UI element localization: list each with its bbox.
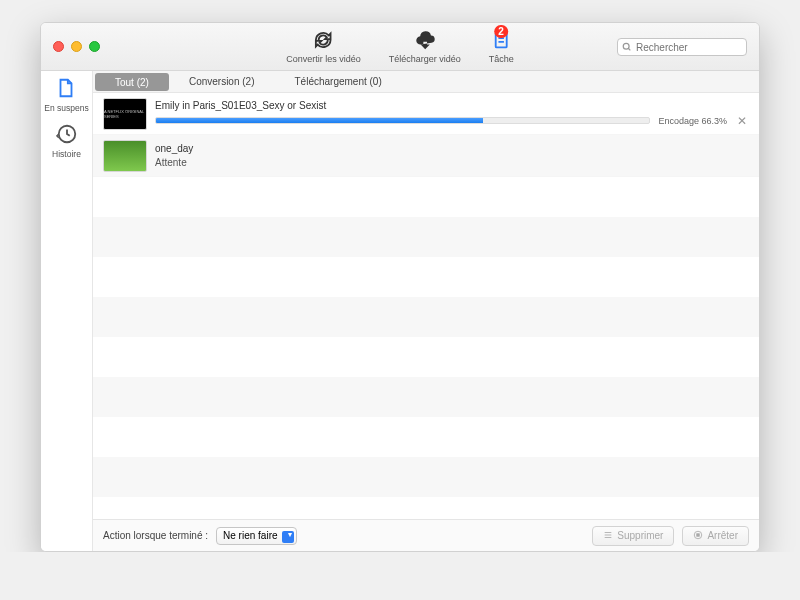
tab-all[interactable]: Tout (2) [95,73,169,91]
task-row[interactable]: A NETFLIX ORIGINAL SERIES Emily in Paris… [93,93,759,135]
download-label: Télécharger vidéo [389,54,461,64]
footer: Action lorsque terminé : Ne rien faire S… [93,519,759,551]
svg-rect-9 [697,533,700,536]
task-badge: 2 [494,25,508,38]
progress-bar [155,117,650,124]
empty-row [93,377,759,417]
download-video-button[interactable]: Télécharger vidéo [389,29,461,64]
app-window: Convertir les vidéo Télécharger vidéo 2 … [40,22,760,552]
convert-video-button[interactable]: Convertir les vidéo [286,29,361,64]
document-icon [55,77,77,101]
search-wrapper [617,37,747,57]
window-controls [53,41,100,52]
delete-button[interactable]: Supprimer [592,526,674,546]
sidebar-item-label: Histoire [52,149,81,159]
progress-fill [156,118,483,123]
stop-button[interactable]: Arrêter [682,526,749,546]
sidebar-item-history[interactable]: Histoire [52,123,81,159]
empty-row [93,457,759,497]
action-when-done-label: Action lorsque terminé : [103,530,208,541]
maximize-window-button[interactable] [89,41,100,52]
empty-row [93,257,759,297]
tab-download[interactable]: Téléchargement (0) [275,71,402,92]
minimize-window-button[interactable] [71,41,82,52]
empty-row [93,337,759,377]
toolbar: Convertir les vidéo Télécharger vidéo 2 … [286,29,514,64]
tab-conversion[interactable]: Conversion (2) [169,71,275,92]
empty-row [93,217,759,257]
thumbnail [103,140,147,172]
row-content: one_day Attente [155,143,749,168]
task-title: Emily in Paris_S01E03_Sexy or Sexist [155,100,749,111]
progress-line: Encodage 66.3% ✕ [155,114,749,128]
refresh-icon [312,29,334,53]
body: En suspens Histoire Tout (2) Conversion … [41,71,759,551]
convert-label: Convertir les vidéo [286,54,361,64]
action-select-wrap: Ne rien faire [216,527,297,545]
status-text: Encodage 66.3% [658,116,727,126]
empty-row [93,297,759,337]
delete-label: Supprimer [617,530,663,541]
status-text: Attente [155,157,749,168]
close-window-button[interactable] [53,41,64,52]
sidebar-item-label: En suspens [44,103,88,113]
stop-label: Arrêter [707,530,738,541]
main: Tout (2) Conversion (2) Téléchargement (… [93,71,759,551]
cancel-icon[interactable]: ✕ [735,114,749,128]
history-icon [56,123,78,147]
task-label: Tâche [489,54,514,64]
list-icon [603,530,613,542]
sidebar-item-pending[interactable]: En suspens [44,77,88,113]
thumbnail: A NETFLIX ORIGINAL SERIES [103,98,147,130]
empty-row [93,177,759,217]
empty-row [93,417,759,457]
row-content: Emily in Paris_S01E03_Sexy or Sexist Enc… [155,100,749,128]
titlebar: Convertir les vidéo Télécharger vidéo 2 … [41,23,759,71]
search-input[interactable] [617,38,747,56]
task-title: one_day [155,143,749,154]
action-when-done-select[interactable]: Ne rien faire [216,527,297,545]
task-button[interactable]: 2 Tâche [489,29,514,64]
tabs: Tout (2) Conversion (2) Téléchargement (… [93,71,759,93]
cloud-download-icon [414,29,436,53]
task-list: A NETFLIX ORIGINAL SERIES Emily in Paris… [93,93,759,519]
sidebar: En suspens Histoire [41,71,93,551]
task-row[interactable]: one_day Attente [93,135,759,177]
stop-icon [693,530,703,542]
